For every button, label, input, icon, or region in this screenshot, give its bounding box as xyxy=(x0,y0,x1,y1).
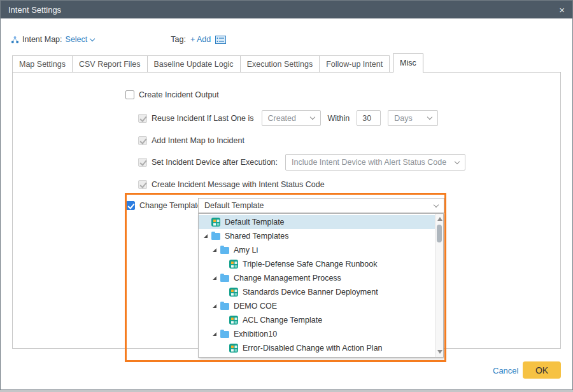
tree-item-exhibition10[interactable]: Exhibition10 xyxy=(199,327,435,341)
intent-map-select-link[interactable]: Select xyxy=(66,35,88,44)
tree-expand-icon[interactable] xyxy=(213,304,216,308)
chevron-down-icon[interactable] xyxy=(90,36,95,41)
tag-label: Tag: xyxy=(171,35,186,44)
tree-item-triple-defense-safe-change-runbook[interactable]: Triple-Defense Safe Change Runbook xyxy=(199,257,435,271)
tree-item-demo-coe[interactable]: DEMO COE xyxy=(199,299,435,313)
set-incident-device-label: Set Incident Device after Execution: xyxy=(152,158,278,167)
tag-list-icon[interactable] xyxy=(215,36,226,44)
intent-settings-dialog: Intent Settings × Intent Map: Select Tag… xyxy=(0,0,573,390)
scroll-up-icon[interactable] xyxy=(437,217,442,221)
tab-map-settings[interactable]: Map Settings xyxy=(12,55,73,73)
tree-item-shared-templates[interactable]: Shared Templates xyxy=(199,229,435,243)
set-incident-device-checkbox xyxy=(138,158,147,167)
template-dropdown-list: Default TemplateShared TemplatesAmy LiTr… xyxy=(198,213,444,358)
scroll-down-icon[interactable] xyxy=(437,350,442,354)
cancel-button[interactable]: Cancel xyxy=(493,366,518,375)
dialog-header-row: Intent Map: Select Tag: + Add xyxy=(11,32,562,46)
scrollbar-thumb[interactable] xyxy=(437,225,442,242)
tab-csv-report-files[interactable]: CSV Report Files xyxy=(73,55,148,73)
tag-group: Tag: + Add xyxy=(171,35,226,44)
reuse-incident-label: Reuse Incident If Last One is xyxy=(152,114,254,123)
tree-item-label: Amy Li xyxy=(234,246,258,255)
chevron-down-icon xyxy=(455,158,460,164)
reuse-status-select[interactable]: Created xyxy=(262,110,321,126)
tree-item-acl-change-template[interactable]: ACL Change Template xyxy=(199,313,435,327)
tree-expand-icon[interactable] xyxy=(204,234,208,238)
tree-item-label: Default Template xyxy=(225,218,285,227)
scrollbar[interactable] xyxy=(435,214,443,357)
tree-item-label: Exhibition10 xyxy=(234,330,277,339)
tree-item-default-template[interactable]: Default Template xyxy=(199,215,435,229)
create-incident-message-label: Create Incident Message with Intent Stat… xyxy=(152,180,325,189)
template-icon xyxy=(229,288,238,297)
chevron-down-icon xyxy=(427,115,432,120)
intent-map-label: Intent Map: xyxy=(22,35,62,44)
create-incident-output-label: Create Incident Output xyxy=(139,90,219,99)
create-incident-output-checkbox[interactable] xyxy=(125,90,134,99)
template-tree: Default TemplateShared TemplatesAmy LiTr… xyxy=(199,214,435,357)
tree-expand-icon[interactable] xyxy=(213,276,216,280)
chevron-down-icon xyxy=(309,115,315,120)
tree-item-label: Shared Templates xyxy=(225,232,289,241)
tree-item-label: Error-Disabled Change with Action Plan xyxy=(243,344,383,353)
change-template-checkbox[interactable] xyxy=(126,201,135,210)
within-label: Within xyxy=(328,114,350,123)
tree-expand-icon[interactable] xyxy=(213,248,216,252)
add-intent-map-row: Add Intent Map to Incident xyxy=(138,135,244,146)
folder-icon xyxy=(220,247,229,254)
template-icon xyxy=(229,260,238,269)
intent-map-icon xyxy=(11,36,19,44)
tab-execution-settings[interactable]: Execution Settings xyxy=(241,55,320,73)
folder-icon xyxy=(220,303,229,310)
dialog-titlebar: Intent Settings × xyxy=(1,1,572,18)
tag-add-link[interactable]: + Add xyxy=(190,35,211,44)
within-days-input[interactable]: 30 xyxy=(357,110,381,126)
folder-icon xyxy=(220,331,229,338)
template-icon xyxy=(211,218,220,227)
tree-item-partial[interactable] xyxy=(199,355,435,357)
tree-item-label: Change Management Process xyxy=(234,274,341,283)
tab-baseline-update-logic[interactable]: Baseline Update Logic xyxy=(148,55,241,73)
folder-icon xyxy=(220,275,229,282)
reuse-unit-select[interactable]: Days xyxy=(388,110,438,126)
add-intent-map-label: Add Intent Map to Incident xyxy=(152,136,244,145)
dialog-title: Intent Settings xyxy=(8,5,61,15)
create-incident-message-checkbox xyxy=(138,180,147,189)
change-template-row: Change Template: xyxy=(126,198,204,213)
tab-follow-up-intent[interactable]: Follow-up Intent xyxy=(320,55,390,73)
tree-item-label: ACL Change Template xyxy=(243,316,322,325)
tab-misc[interactable]: Misc xyxy=(393,53,423,73)
tree-item-label: Triple-Defense Safe Change Runbook xyxy=(243,260,377,269)
reuse-incident-checkbox xyxy=(138,114,147,123)
intent-map-group: Intent Map: Select xyxy=(11,35,94,44)
change-template-value: Default Template xyxy=(204,201,264,210)
template-icon xyxy=(229,344,238,353)
add-intent-map-checkbox xyxy=(138,136,147,145)
tab-bar: Map SettingsCSV Report FilesBaseline Upd… xyxy=(12,53,423,73)
ok-button[interactable]: OK xyxy=(523,361,561,379)
tree-item-change-management-process[interactable]: Change Management Process xyxy=(199,271,435,285)
tree-expand-icon[interactable] xyxy=(213,332,216,336)
tree-item-amy-li[interactable]: Amy Li xyxy=(199,243,435,257)
tree-item-standards-device-banner-deployment[interactable]: Standards Device Banner Deployment xyxy=(199,285,435,299)
template-icon xyxy=(229,316,238,325)
tree-item-error-disabled-change-with-action-plan[interactable]: Error-Disabled Change with Action Plan xyxy=(199,341,435,355)
change-template-label: Change Template: xyxy=(139,201,204,210)
incident-device-select[interactable]: Include Intent Device with Alert Status … xyxy=(285,154,465,171)
tree-item-label: Standards Device Banner Deployment xyxy=(243,288,378,297)
change-template-combobox[interactable]: Default Template xyxy=(198,198,444,213)
reuse-incident-row: Reuse Incident If Last One is Created Wi… xyxy=(138,110,438,126)
create-incident-output-row: Create Incident Output xyxy=(125,89,219,101)
create-incident-message-row: Create Incident Message with Intent Stat… xyxy=(138,179,325,190)
set-incident-device-row: Set Incident Device after Execution: Inc… xyxy=(138,154,465,171)
tree-item-label: DEMO COE xyxy=(234,302,277,311)
folder-icon xyxy=(211,233,220,240)
chevron-down-icon xyxy=(434,202,439,207)
close-icon[interactable]: × xyxy=(559,5,565,15)
